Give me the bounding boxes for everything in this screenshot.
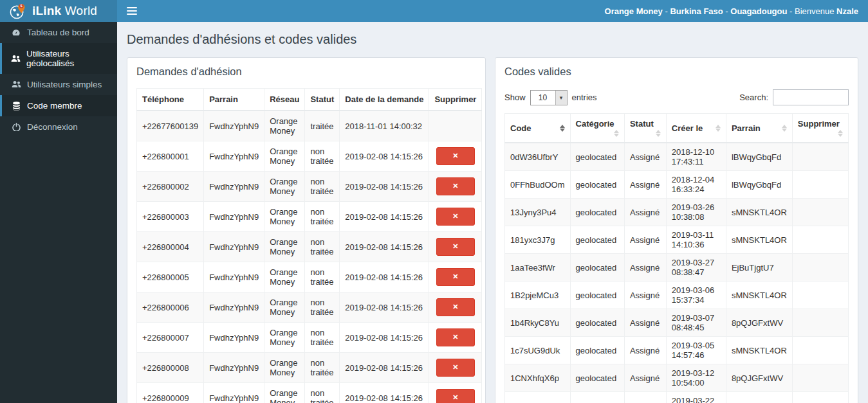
sidebar-item-tableau-de-bord[interactable]: Tableau de bord — [0, 22, 117, 43]
topbar: $ iLink World Orange Money - Burkina Fas… — [0, 0, 868, 22]
sort-icon — [838, 130, 843, 137]
table-row: +226800008 FwdhzYphN9 Orange Money non t… — [137, 353, 482, 383]
table-row: +226800007 FwdhzYphN9 Orange Money non t… — [137, 323, 482, 353]
table-row: 1CNXhfqX6p geolocated Assigné 2019-03-12… — [505, 364, 849, 392]
table-row: 1b4RkyC8Yu geolocated Assigné 2019-03-07… — [505, 309, 849, 337]
table-row: 181yxc3J7g geolocated Assigné 2019-03-11… — [505, 226, 849, 254]
delete-button[interactable]: ✕ — [436, 147, 475, 165]
column-header: Date de la demande — [340, 89, 429, 111]
column-header: Téléphone — [137, 89, 204, 111]
sort-icon — [782, 125, 787, 132]
page-title: Demandes d'adhésions et codes valides — [127, 32, 858, 47]
table-row: 1d9CDtc4mv geolocated Assigné 2019-03-22… — [505, 392, 849, 403]
column-header-sortable[interactable]: Parrain — [726, 114, 792, 143]
users-icon — [11, 55, 21, 63]
sidebar-item-code-membre[interactable]: Code membre — [0, 95, 117, 116]
search-input[interactable] — [773, 89, 849, 105]
app-logo-icon: $ — [9, 3, 26, 20]
column-header-sortable[interactable]: Catégorie — [570, 114, 624, 143]
brand[interactable]: $ iLink World — [0, 0, 117, 22]
table-row: +226800003 FwdhzYphN9 Orange Money non t… — [137, 202, 482, 232]
sidebar-item-utilisateurs-simples[interactable]: Utilisateurs simples — [0, 74, 117, 95]
sidebar-item-label: Tableau de bord — [27, 28, 89, 37]
table-row: +226800002 FwdhzYphN9 Orange Money non t… — [137, 172, 482, 202]
column-header-sortable[interactable]: Supprimer — [792, 114, 848, 143]
column-header: Réseau — [264, 89, 305, 111]
sort-icon — [656, 130, 661, 137]
panel-codes-valides: Codes valides Show 10 ▾ entries Search: — [495, 57, 858, 403]
main-content: Demandes d'adhésions et codes valides De… — [117, 22, 868, 403]
show-label: Show — [504, 93, 526, 102]
welcome-text: Bienvenue — [795, 6, 836, 16]
column-header-sortable[interactable]: Créer le — [666, 114, 726, 143]
codes-table: Code Catégorie Statut Créer le Parrain S… — [504, 113, 849, 403]
sidebar-item-label: Code membre — [27, 101, 82, 111]
table-row: +22677600139 FwdhzYphN9 Orange Money tra… — [137, 111, 482, 141]
username: Nzale — [836, 6, 858, 16]
column-header: Supprimer — [429, 89, 482, 111]
table-row: 1aaTee3fWr geolocated Assigné 2019-03-27… — [505, 254, 849, 282]
sidebar-item-label: Déconnexion — [27, 122, 78, 132]
table-row: +226800001 FwdhzYphN9 Orange Money non t… — [137, 141, 482, 172]
users-icon — [11, 80, 21, 89]
org-name: Orange Money — [605, 6, 663, 16]
navbar: Orange Money - Burkina Faso - Ouagadougo… — [117, 0, 868, 22]
sidebar: Tableau de bord Utilisateurs géolocalisé… — [0, 22, 117, 403]
panel-demandes-adhesion: Demandes d'adhésion Téléphone Parrain Ré… — [127, 57, 486, 403]
sidebar-toggle-button[interactable] — [127, 7, 137, 15]
column-header: Parrain — [204, 89, 264, 111]
entries-select[interactable]: 10 ▾ — [530, 90, 568, 105]
panel-title: Demandes d'adhésion — [136, 66, 476, 78]
city-name: Ouagadougou — [730, 6, 787, 16]
table-row: 1c7sUG9dUk geolocated Assigné 2019-03-05… — [505, 337, 849, 364]
delete-button[interactable]: ✕ — [436, 298, 475, 316]
sort-icon — [560, 125, 565, 132]
delete-button[interactable]: ✕ — [436, 238, 475, 255]
search-label: Search: — [739, 93, 768, 102]
power-icon — [11, 123, 21, 131]
table-row: 13Jyny3Pu4 geolocated Assigné 2019-03-26… — [505, 199, 849, 226]
panel-title: Codes valides — [504, 66, 849, 78]
delete-button[interactable]: ✕ — [436, 328, 475, 346]
table-row: +226800005 FwdhzYphN9 Orange Money non t… — [137, 262, 482, 292]
column-header-sortable[interactable]: Statut — [624, 114, 666, 143]
sort-icon — [716, 125, 721, 132]
delete-button[interactable]: ✕ — [436, 389, 475, 403]
delete-button[interactable]: ✕ — [436, 177, 475, 195]
sidebar-item-deconnexion[interactable]: Déconnexion — [0, 116, 117, 138]
sidebar-item-label: Utilisateurs simples — [27, 80, 102, 89]
column-header: Statut — [305, 89, 340, 111]
database-icon — [11, 102, 21, 111]
country-name: Burkina Faso — [670, 6, 723, 16]
user-info: Orange Money - Burkina Faso - Ouagadougo… — [605, 6, 858, 16]
delete-button[interactable]: ✕ — [436, 359, 475, 376]
table-row: 1B2pjeMCu3 geolocated Assigné 2019-03-06… — [505, 282, 849, 309]
table-row: 0FFhBudOOm geolocated Assigné 2018-12-04… — [505, 171, 849, 199]
chevron-down-icon: ▾ — [555, 91, 567, 105]
column-header-sortable[interactable]: Code — [505, 114, 571, 143]
table-row: +226800009 FwdhzYphN9 Orange Money non t… — [137, 383, 482, 403]
sidebar-item-utilisateurs-geolocalises[interactable]: Utilisateurs géolocalisés — [0, 43, 117, 74]
sort-icon — [614, 130, 619, 137]
entries-label: entries — [572, 93, 597, 102]
delete-button[interactable]: ✕ — [436, 208, 475, 225]
table-row: +226800006 FwdhzYphN9 Orange Money non t… — [137, 292, 482, 323]
delete-button[interactable]: ✕ — [436, 268, 475, 285]
table-row: 0dW36UfbrY geolocated Assigné 2018-12-10… — [505, 143, 849, 171]
table-row: +226800004 FwdhzYphN9 Orange Money non t… — [137, 232, 482, 262]
dashboard-icon — [11, 28, 21, 37]
sidebar-item-label: Utilisateurs géolocalisés — [26, 49, 108, 68]
brand-title: iLink World — [32, 4, 97, 18]
adhesions-table: Téléphone Parrain Réseau Statut Date de … — [136, 88, 482, 403]
